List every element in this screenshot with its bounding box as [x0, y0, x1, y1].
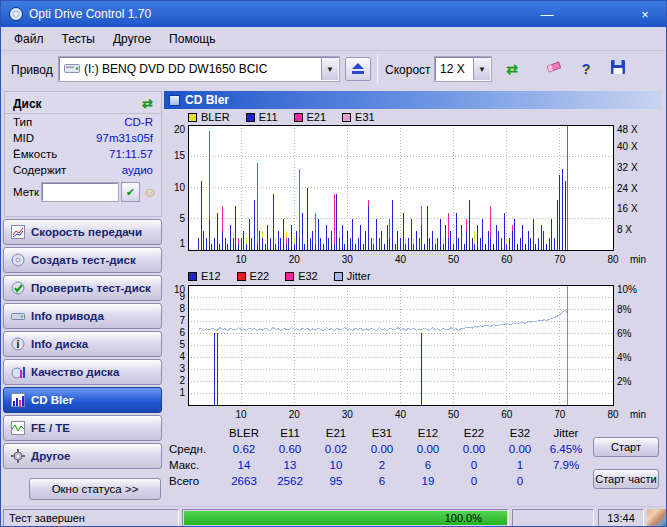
minimize-button[interactable]: —: [532, 4, 562, 24]
svg-text:8 X: 8 X: [617, 224, 632, 235]
drive-icon: [64, 62, 80, 77]
svg-text:2%: 2%: [617, 376, 632, 387]
close-button[interactable]: ×: [630, 4, 660, 24]
disk-info-value: 71:11.57: [109, 148, 153, 160]
svg-text:min: min: [630, 409, 646, 420]
legend-item-e11: E11: [246, 111, 278, 123]
legend-item-e21: E21: [294, 111, 327, 123]
help-button[interactable]: ?: [573, 57, 599, 81]
start-part-button[interactable]: Старт части: [593, 469, 659, 489]
legend-item-bler: BLER: [188, 111, 230, 123]
sidebar-item-transfer-speed[interactable]: Скорость передачи: [3, 219, 162, 245]
erase-button[interactable]: [541, 57, 567, 81]
corner-image: [647, 509, 667, 527]
svg-text:6%: 6%: [617, 328, 632, 339]
start-button[interactable]: Старт: [593, 437, 659, 457]
drive-select[interactable]: (I:) BENQ DVD DD DW1650 BCIC ▼: [59, 57, 339, 81]
svg-text:7: 7: [179, 315, 185, 326]
sidebar-item-create-test-disc[interactable]: Создать тест-диск: [3, 247, 162, 273]
disk-panel-title: Диск: [13, 97, 42, 111]
legend-swatch: [342, 113, 351, 122]
svg-text:6: 6: [179, 327, 185, 338]
legend-item-jitter: Jitter: [334, 270, 371, 282]
results-row-label: Макс.: [169, 459, 221, 471]
sidebar-item-label: Скорость передачи: [31, 226, 142, 238]
legend-label: BLER: [201, 111, 230, 123]
sidebar-item-fe-te[interactable]: FE / TE: [3, 415, 162, 441]
results-row-label: Всего: [169, 475, 221, 487]
results-value-cell: 0.00: [359, 443, 405, 455]
disc-label-input[interactable]: [42, 183, 118, 201]
svg-text:20: 20: [289, 254, 301, 265]
sidebar-item-verify-test-disc[interactable]: Проверить тест-диск: [3, 275, 162, 301]
speed-label: Скорост: [385, 63, 431, 77]
menubar: ФайлТестыДругоеПомощь: [1, 27, 666, 51]
disk-info-label: MID: [13, 132, 34, 144]
menu-item-other[interactable]: Другое: [104, 29, 160, 49]
eject-button[interactable]: [345, 57, 371, 81]
sidebar-item-label: Качество диска: [31, 366, 119, 378]
sidebar-item-disc-info[interactable]: iInfo диска: [3, 331, 162, 357]
refresh-icon: ⇄: [506, 61, 518, 77]
sidebar-item-other[interactable]: Другое: [3, 443, 162, 469]
status-window-button[interactable]: Окно статуса >>: [29, 478, 161, 500]
sidebar-item-disc-quality[interactable]: Качество диска: [3, 359, 162, 385]
svg-text:50: 50: [448, 254, 460, 265]
results-row: Средн.0.620.600.020.000.000.000.006.45%: [169, 441, 589, 457]
disc-label-caption: Метк: [13, 186, 39, 198]
jitter-chart[interactable]: 109876543211020304050607080min10%8%6%4%2…: [164, 285, 661, 421]
speed-select[interactable]: 12 X ▼: [435, 57, 491, 81]
refresh-button[interactable]: ⇄: [499, 57, 525, 81]
svg-text:60: 60: [501, 254, 513, 265]
main-panel-header: CD Bler: [164, 91, 661, 109]
results-header-row: BLERE11E21E31E12E22E32Jitter: [169, 425, 589, 441]
toolbar: Привод (I:) BENQ DVD DD DW1650 BCIC ▼ Ск…: [1, 51, 666, 91]
apply-label-button[interactable]: ✔: [121, 182, 140, 202]
legend-swatch: [188, 272, 197, 281]
svg-text:20: 20: [289, 409, 301, 420]
menu-item-file[interactable]: Файл: [5, 29, 53, 49]
results-table: BLERE11E21E31E12E22E32JitterСредн.0.620.…: [169, 425, 589, 489]
legend-item-e22: E22: [237, 270, 270, 282]
results-column-header: E31: [359, 427, 405, 439]
bottom-chart-legend: E12E22E32Jitter: [188, 270, 371, 282]
disk-info-row: Ёмкость71:11.57: [5, 146, 161, 162]
create-test-disc-icon: [10, 253, 25, 268]
chevron-down-icon[interactable]: ▼: [321, 58, 338, 80]
sidebar-item-drive-info[interactable]: Info привода: [3, 303, 162, 329]
legend-label: E12: [201, 270, 221, 282]
svg-text:24 X: 24 X: [617, 183, 638, 194]
svg-text:48 X: 48 X: [617, 125, 638, 135]
disk-info-label: Содержит: [13, 164, 66, 176]
results-value-cell: 2663: [221, 475, 267, 487]
svg-text:20: 20: [174, 125, 186, 135]
save-button[interactable]: [605, 57, 631, 81]
check-icon: ✔: [126, 186, 135, 199]
svg-text:5: 5: [179, 339, 185, 350]
legend-swatch: [294, 113, 303, 122]
transfer-icon[interactable]: ⇄: [142, 96, 153, 111]
svg-text:10%: 10%: [617, 285, 637, 295]
results-column-header: E11: [267, 427, 313, 439]
sidebar-item-cd-bler[interactable]: CD Bler: [3, 387, 162, 413]
results-value-cell: 2: [359, 459, 405, 471]
bler-chart[interactable]: 201510511020304050607080min48 X40 X32 X2…: [164, 125, 661, 269]
other-icon: [10, 449, 25, 464]
menu-item-help[interactable]: Помощь: [160, 29, 224, 49]
svg-text:10: 10: [174, 182, 186, 193]
disk-info-label: Тип: [13, 116, 32, 128]
svg-text:4: 4: [179, 351, 185, 362]
sidebar-item-label: Создать тест-диск: [31, 254, 136, 266]
results-column-header: BLER: [221, 427, 267, 439]
legend-label: Jitter: [347, 270, 371, 282]
svg-text:4%: 4%: [617, 352, 632, 363]
svg-text:16 X: 16 X: [617, 203, 638, 214]
menu-item-tests[interactable]: Тесты: [53, 29, 104, 49]
disk-info-row: MID97m31s05f: [5, 130, 161, 146]
chevron-down-icon[interactable]: ▼: [473, 58, 490, 80]
svg-text:1: 1: [179, 238, 185, 249]
results-column-header: E21: [313, 427, 359, 439]
sidebar: Скорость передачиСоздать тест-дискПровер…: [3, 219, 162, 471]
svg-text:50: 50: [448, 409, 460, 420]
results-value-cell: 6: [359, 475, 405, 487]
